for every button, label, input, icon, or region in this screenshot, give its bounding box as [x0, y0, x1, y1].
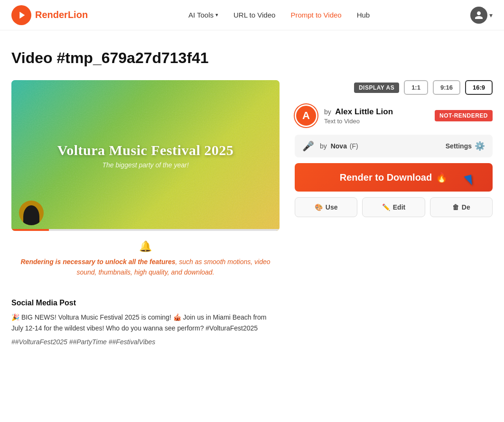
author-avatar: A — [295, 104, 317, 127]
voice-suffix: (F) — [350, 142, 358, 150]
logo[interactable]: RenderLion — [11, 5, 88, 25]
nav-ai-tools[interactable]: AI Tools — [188, 11, 218, 19]
ratio-16-9-button[interactable]: 16:9 — [465, 80, 493, 95]
author-by-name: by Alex Little Lion — [324, 107, 428, 117]
voice-by: by — [320, 142, 327, 150]
avatar-silhouette — [23, 205, 39, 225]
page-title: Video #tmp_679a27d713f41 — [11, 49, 493, 67]
use-label: Use — [326, 203, 338, 211]
render-note: 🔔 Rendering is necessary to unlock all t… — [11, 231, 280, 287]
edit-label: Edit — [393, 203, 405, 211]
edit-button[interactable]: ✏️ Edit — [362, 197, 425, 217]
nav-url-to-video[interactable]: URL to Video — [233, 11, 275, 19]
user-menu-button[interactable] — [470, 7, 487, 24]
display-as-row: DISPLAY AS 1:1 9:16 16:9 — [295, 80, 493, 95]
bell-icon: 🔔 — [19, 240, 272, 253]
author-name: Alex Little Lion — [335, 107, 393, 116]
voice-text: by Nova (F) — [320, 142, 440, 150]
settings-button[interactable]: Settings ⚙️ — [446, 141, 485, 151]
nav-right: ▾ — [470, 7, 493, 24]
user-icon — [474, 10, 484, 20]
author-info: by Alex Little Lion Text to Video — [324, 107, 428, 125]
progress-fill — [11, 229, 49, 231]
use-button[interactable]: 🎨 Use — [295, 197, 357, 217]
logo-text: RenderLion — [35, 9, 88, 20]
left-panel: Voltura Music Festival 2025 The biggest … — [11, 80, 280, 346]
logo-svg — [16, 10, 27, 20]
logo-icon — [11, 5, 31, 25]
navbar: RenderLion AI Tools URL to Video Prompt … — [0, 0, 504, 30]
trash-icon: 🗑 — [452, 203, 459, 211]
render-note-strong: Rendering is necessary to unlock all the… — [21, 258, 176, 266]
logo-render: Render — [35, 9, 68, 20]
video-avatar — [19, 201, 44, 225]
nav-links: AI Tools URL to Video Prompt to Video Hu… — [188, 11, 370, 19]
social-section: Social Media Post 🎉 BIG NEWS! Voltura Mu… — [11, 299, 280, 346]
delete-label: De — [462, 203, 470, 211]
progress-bar — [11, 229, 280, 231]
logo-lion: Lion — [68, 9, 88, 20]
render-button-label: Render to Download — [340, 172, 432, 183]
not-rendered-badge: NOT-RENDERED — [435, 110, 493, 121]
action-buttons: 🎨 Use ✏️ Edit 🗑 De — [295, 197, 493, 217]
video-event-title: Voltura Music Festival 2025 — [57, 142, 234, 158]
ratio-9-16-button[interactable]: 9:16 — [433, 80, 460, 95]
ratio-1-1-button[interactable]: 1:1 — [404, 80, 428, 95]
social-hashtags: ##VolturaFest2025 ##PartyTime ##Festival… — [11, 338, 280, 346]
edit-icon: ✏️ — [382, 203, 390, 211]
palette-icon: 🎨 — [315, 203, 323, 211]
social-title: Social Media Post — [11, 299, 280, 307]
render-to-download-button[interactable]: Render to Download 🔥 — [295, 163, 493, 192]
settings-label: Settings — [446, 142, 472, 150]
display-as-label: DISPLAY AS — [354, 83, 399, 93]
svg-marker-0 — [19, 11, 25, 18]
nav-prompt-to-video[interactable]: Prompt to Video — [290, 11, 341, 19]
voice-name: Nova — [331, 142, 347, 150]
content-layout: Voltura Music Festival 2025 The biggest … — [11, 80, 493, 346]
fire-icon: 🔥 — [436, 172, 448, 183]
video-event-subtitle: The biggest party of the year! — [102, 161, 188, 169]
avatar-circle — [19, 201, 44, 225]
mic-icon: 🎤 — [302, 140, 314, 152]
video-content: Voltura Music Festival 2025 The biggest … — [11, 80, 280, 231]
voice-row: 🎤 by Nova (F) Settings ⚙️ — [295, 135, 493, 157]
author-type: Text to Video — [324, 118, 428, 125]
gear-icon: ⚙️ — [475, 141, 485, 151]
user-dropdown-arrow[interactable]: ▾ — [489, 11, 493, 19]
author-by: by — [324, 108, 331, 116]
author-row: A by Alex Little Lion Text to Video NOT-… — [295, 104, 493, 127]
right-panel: DISPLAY AS 1:1 9:16 16:9 A by Alex Littl… — [295, 80, 493, 217]
delete-button[interactable]: 🗑 De — [430, 197, 493, 217]
nav-hub[interactable]: Hub — [357, 11, 370, 19]
video-preview: Voltura Music Festival 2025 The biggest … — [11, 80, 280, 231]
social-text: 🎉 BIG NEWS! Voltura Music Festival 2025 … — [11, 312, 280, 335]
render-note-text: Rendering is necessary to unlock all the… — [19, 257, 272, 278]
main-content: Video #tmp_679a27d713f41 Voltura Music F… — [0, 30, 504, 374]
